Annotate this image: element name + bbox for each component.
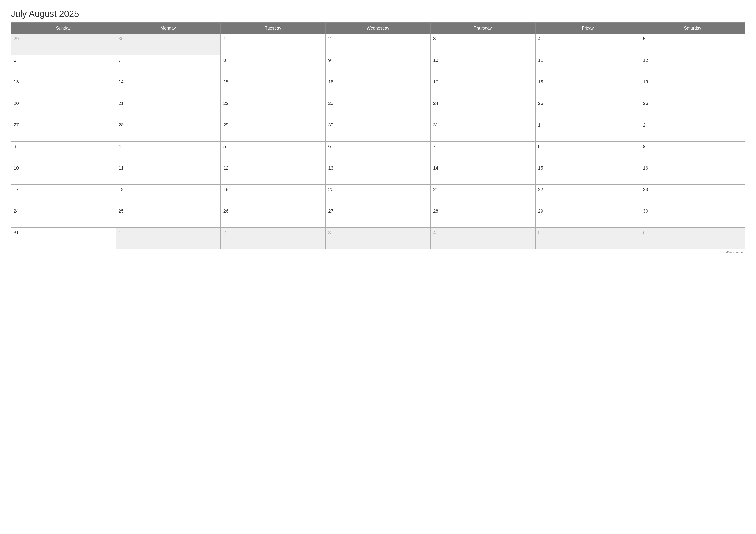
calendar-cell: 7 (116, 55, 221, 77)
calendar-row: 13141516171819 (11, 77, 745, 98)
calendar-cell: 8 (221, 55, 326, 77)
calendar-cell: 31 (11, 228, 116, 249)
calendar-cell: 22 (535, 185, 640, 206)
header-friday: Friday (535, 23, 640, 34)
calendar-row: 3456789 (11, 141, 745, 163)
calendar-cell: 27 (326, 206, 431, 228)
calendar-cell: 29 (221, 120, 326, 141)
calendar-row: 17181920212223 (11, 185, 745, 206)
calendar-cell: 15 (535, 163, 640, 185)
calendar-cell: 24 (430, 98, 535, 120)
calendar-cell: 2 (221, 228, 326, 249)
calendar-cell: 9 (640, 141, 745, 163)
calendar-cell: 26 (221, 206, 326, 228)
calendar-cell: 20 (326, 185, 431, 206)
calendar-cell: 13 (11, 77, 116, 98)
calendar-cell: 25 (535, 98, 640, 120)
calendar-cell: 13 (326, 163, 431, 185)
calendar-cell: 11 (116, 163, 221, 185)
calendar-cell: 16 (326, 77, 431, 98)
calendar-cell: 1 (535, 120, 640, 141)
calendar-cell: 5 (640, 34, 745, 55)
calendar-cell: 4 (430, 228, 535, 249)
calendar-row: 20212223242526 (11, 98, 745, 120)
calendar-cell: 1 (116, 228, 221, 249)
calendar-cell: 19 (640, 77, 745, 98)
calendar-cell: 30 (326, 120, 431, 141)
calendar-cell: 26 (640, 98, 745, 120)
calendar-cell: 28 (116, 120, 221, 141)
calendar-cell: 6 (11, 55, 116, 77)
calendar-row: 293012345 (11, 34, 745, 55)
calendar-cell: 7 (430, 141, 535, 163)
page-title: July August 2025 (11, 9, 745, 19)
calendar-cell: 24 (11, 206, 116, 228)
calendar-cell: 12 (221, 163, 326, 185)
calendar-cell: 29 (535, 206, 640, 228)
calendar-cell: 15 (221, 77, 326, 98)
calendar-header-row: SundayMondayTuesdayWednesdayThursdayFrid… (11, 23, 745, 34)
calendar-cell: 3 (326, 228, 431, 249)
calendar-cell: 5 (221, 141, 326, 163)
calendar-row: 6789101112 (11, 55, 745, 77)
header-thursday: Thursday (430, 23, 535, 34)
calendar-cell: 18 (535, 77, 640, 98)
calendar-row: 24252627282930 (11, 206, 745, 228)
calendar-cell: 27 (11, 120, 116, 141)
calendar-cell: 1 (221, 34, 326, 55)
calendar-cell: 17 (430, 77, 535, 98)
calendar-cell: 3 (430, 34, 535, 55)
calendar-cell: 12 (640, 55, 745, 77)
calendar-row: 272829303112 (11, 120, 745, 141)
calendar-cell: 18 (116, 185, 221, 206)
calendar-cell: 22 (221, 98, 326, 120)
calendar-cell: 20 (11, 98, 116, 120)
calendar-cell: 21 (116, 98, 221, 120)
calendar-cell: 21 (430, 185, 535, 206)
header-wednesday: Wednesday (326, 23, 431, 34)
calendar-cell: 5 (535, 228, 640, 249)
header-monday: Monday (116, 23, 221, 34)
header-saturday: Saturday (640, 23, 745, 34)
calendar-cell: 30 (116, 34, 221, 55)
calendar-cell: 23 (640, 185, 745, 206)
calendar-cell: 10 (11, 163, 116, 185)
calendar-table: SundayMondayTuesdayWednesdayThursdayFrid… (11, 22, 745, 249)
calendar-cell: 10 (430, 55, 535, 77)
calendar-cell: 25 (116, 206, 221, 228)
calendar-cell: 2 (640, 120, 745, 141)
calendar-cell: 9 (326, 55, 431, 77)
calendar-row: 10111213141516 (11, 163, 745, 185)
calendar-cell: 30 (640, 206, 745, 228)
calendar-cell: 4 (535, 34, 640, 55)
calendar-body: 2930123456789101112131415161718192021222… (11, 34, 745, 249)
header-tuesday: Tuesday (221, 23, 326, 34)
calendar-cell: 23 (326, 98, 431, 120)
calendar-cell: 2 (326, 34, 431, 55)
calendar-cell: 16 (640, 163, 745, 185)
watermark: iCalendars.net (11, 250, 745, 254)
calendar-cell: 31 (430, 120, 535, 141)
calendar-cell: 11 (535, 55, 640, 77)
calendar-cell: 6 (326, 141, 431, 163)
calendar-cell: 4 (116, 141, 221, 163)
calendar-cell: 6 (640, 228, 745, 249)
calendar-cell: 19 (221, 185, 326, 206)
calendar-cell: 14 (116, 77, 221, 98)
calendar-cell: 3 (11, 141, 116, 163)
calendar-cell: 14 (430, 163, 535, 185)
calendar-cell: 28 (430, 206, 535, 228)
calendar-cell: 17 (11, 185, 116, 206)
header-sunday: Sunday (11, 23, 116, 34)
calendar-cell: 29 (11, 34, 116, 55)
calendar-row: 31123456 (11, 228, 745, 249)
calendar-cell: 8 (535, 141, 640, 163)
